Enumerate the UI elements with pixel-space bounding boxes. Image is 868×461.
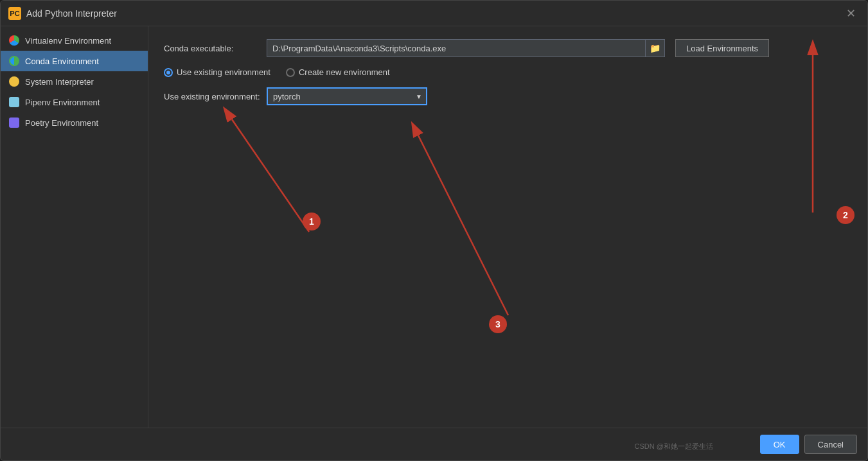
env-row: Use existing environment: pytorch base t… [164, 87, 852, 105]
arrow-3-svg [277, 78, 566, 322]
arrow-2-svg [675, 26, 867, 232]
sidebar-item-pipenv[interactable]: Pipenv Environment [1, 92, 148, 112]
sidebar-item-system[interactable]: System Interpreter [1, 71, 148, 92]
dialog-icon: PC [8, 7, 21, 20]
create-new-radio-label: Create new environment [299, 67, 390, 77]
env-select[interactable]: pytorch base tf2 py38 [267, 87, 427, 105]
sidebar: Virtualenv Environment Conda Environment… [1, 26, 148, 428]
ok-button[interactable]: OK [760, 435, 799, 454]
add-python-interpreter-dialog: PC Add Python Interpreter ✕ Virtualenv E… [0, 0, 868, 461]
poetry-icon [8, 117, 20, 128]
browse-button[interactable]: 📁 [646, 39, 665, 57]
radio-row: Use existing environment Create new envi… [164, 67, 852, 77]
dialog-title: Add Python Interpreter [26, 8, 842, 19]
footer: CSDN @和她一起爱生活 OK Cancel [1, 428, 867, 460]
conda-icon [8, 55, 20, 67]
conda-executable-row: Conda executable: 📁 Load Environments [164, 39, 852, 57]
watermark: CSDN @和她一起爱生活 [635, 442, 713, 451]
use-existing-env-label: Use existing environment: [164, 92, 267, 101]
conda-executable-label: Conda executable: [164, 44, 267, 53]
use-existing-radio-circle [164, 68, 173, 77]
sidebar-item-conda[interactable]: Conda Environment [1, 51, 148, 71]
annotation-marker-1: 1 [303, 213, 321, 230]
sidebar-label-poetry: Poetry Environment [25, 118, 98, 128]
dialog-body: Virtualenv Environment Conda Environment… [1, 26, 867, 428]
close-button[interactable]: ✕ [842, 6, 860, 21]
pipenv-icon [8, 96, 20, 108]
sidebar-label-pipenv: Pipenv Environment [25, 98, 100, 107]
title-bar: PC Add Python Interpreter ✕ [1, 1, 867, 26]
load-environments-button[interactable]: Load Environments [675, 39, 769, 57]
sidebar-label-virtualenv: Virtualenv Environment [25, 36, 111, 46]
svg-line-5 [418, 135, 508, 315]
arrow-1-svg [148, 26, 354, 257]
virtualenv-icon [8, 35, 20, 46]
system-icon [8, 76, 20, 87]
create-new-radio[interactable]: Create new environment [286, 67, 390, 77]
sidebar-item-poetry[interactable]: Poetry Environment [1, 112, 148, 133]
main-content: Conda executable: 📁 Load Environments Us… [148, 26, 867, 428]
use-existing-radio[interactable]: Use existing environment [164, 67, 270, 77]
path-input-container: 📁 [267, 39, 665, 57]
cancel-button[interactable]: Cancel [804, 435, 857, 454]
create-new-radio-circle [286, 68, 295, 77]
svg-line-1 [232, 119, 309, 232]
sidebar-item-virtualenv[interactable]: Virtualenv Environment [1, 30, 148, 51]
sidebar-label-system: System Interpreter [25, 77, 94, 87]
env-select-wrapper: pytorch base tf2 py38 [267, 87, 427, 105]
use-existing-radio-label: Use existing environment [177, 67, 270, 77]
conda-executable-input[interactable] [267, 39, 646, 57]
annotation-marker-3: 3 [489, 315, 507, 333]
annotation-marker-2: 2 [837, 206, 855, 224]
sidebar-label-conda: Conda Environment [25, 57, 99, 66]
